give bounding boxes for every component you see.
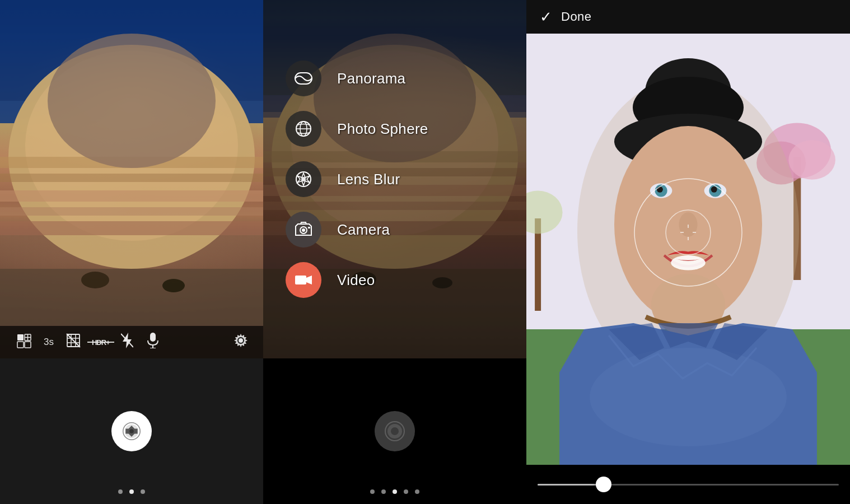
svg-marker-61 xyxy=(306,276,312,284)
svg-rect-18 xyxy=(25,342,31,348)
portrait-viewfinder xyxy=(526,34,850,465)
timer-button[interactable]: 3s xyxy=(38,337,59,348)
lens-blur-icon-circle xyxy=(286,161,321,197)
menu-item-video[interactable]: Video xyxy=(286,258,526,302)
page-dot xyxy=(370,489,375,494)
right-header: ✓ Done xyxy=(526,0,850,34)
video-icon-circle xyxy=(286,262,321,298)
middle-camera-panel: Panorama Photo Sphere xyxy=(263,0,526,504)
menu-item-photo-sphere[interactable]: Photo Sphere xyxy=(286,106,526,151)
svg-rect-8 xyxy=(0,221,263,235)
svg-point-64 xyxy=(391,427,399,435)
exposure-button[interactable] xyxy=(10,334,38,351)
svg-rect-27 xyxy=(150,333,156,342)
focus-ring-container xyxy=(526,34,850,465)
blur-slider-container xyxy=(526,465,850,504)
done-label[interactable]: Done xyxy=(561,10,592,24)
flash-button[interactable] xyxy=(114,333,140,352)
camera-icon-circle xyxy=(286,212,321,248)
blur-slider-thumb[interactable] xyxy=(596,477,611,492)
menu-item-lens-blur[interactable]: Lens Blur xyxy=(286,157,526,202)
svg-rect-7 xyxy=(0,207,263,216)
svg-rect-17 xyxy=(17,342,24,348)
svg-point-32 xyxy=(239,339,242,342)
svg-point-89 xyxy=(666,210,711,255)
svg-point-12 xyxy=(162,279,185,292)
svg-point-56 xyxy=(301,177,306,181)
shutter-button-middle[interactable] xyxy=(375,411,415,451)
panorama-label: Panorama xyxy=(337,70,405,87)
svg-rect-60 xyxy=(295,276,306,284)
left-page-dots xyxy=(0,489,263,494)
photo-sphere-icon-circle xyxy=(286,111,321,147)
middle-viewfinder: Panorama Photo Sphere xyxy=(263,0,526,358)
left-shutter-area xyxy=(0,358,263,504)
checkmark-icon: ✓ xyxy=(540,8,552,26)
page-dot xyxy=(118,489,123,494)
svg-point-88 xyxy=(634,179,742,286)
svg-point-9 xyxy=(48,34,216,168)
hdr-button[interactable]: HDR+ xyxy=(87,338,114,347)
left-viewfinder xyxy=(0,0,263,358)
page-dot xyxy=(404,489,408,494)
page-dot xyxy=(415,489,419,494)
blur-slider-fill xyxy=(538,484,604,486)
shutter-button-left[interactable] xyxy=(111,411,152,451)
left-camera-panel: 3s HDR+ xyxy=(0,0,263,504)
middle-page-dots xyxy=(263,489,526,494)
svg-rect-59 xyxy=(308,227,310,228)
svg-rect-13 xyxy=(17,334,24,340)
panorama-icon-circle xyxy=(286,60,321,96)
camera-label: Camera xyxy=(337,221,390,239)
grid-off-button[interactable] xyxy=(59,333,87,351)
focus-ring xyxy=(632,176,744,288)
blur-slider[interactable] xyxy=(538,484,839,486)
mic-button[interactable] xyxy=(140,333,166,352)
page-dot-active xyxy=(393,489,397,494)
settings-button[interactable] xyxy=(228,333,253,352)
page-dot xyxy=(141,489,145,494)
menu-item-camera[interactable]: Camera xyxy=(286,207,526,252)
photo-sphere-label: Photo Sphere xyxy=(337,120,428,138)
svg-point-58 xyxy=(302,228,305,232)
svg-line-24 xyxy=(67,334,80,347)
camera-menu: Panorama Photo Sphere xyxy=(263,0,526,358)
right-panel: ✓ Done xyxy=(526,0,850,504)
video-label: Video xyxy=(337,272,375,289)
middle-shutter-area xyxy=(263,358,526,504)
menu-item-panorama[interactable]: Panorama xyxy=(286,56,526,101)
svg-point-11 xyxy=(81,272,109,288)
svg-point-36 xyxy=(129,429,134,433)
page-dot xyxy=(381,489,386,494)
svg-rect-6 xyxy=(0,190,263,202)
svg-rect-5 xyxy=(0,174,263,182)
lens-blur-label: Lens Blur xyxy=(337,171,400,188)
page-dot-active xyxy=(129,489,134,494)
left-toolbar: 3s HDR+ xyxy=(0,326,263,358)
